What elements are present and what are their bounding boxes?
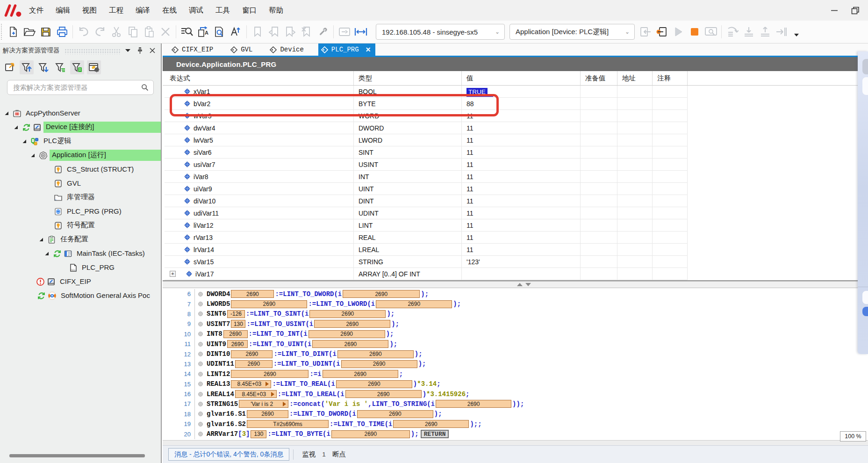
tree-item-maintask[interactable]: MainTask (IEC-Tasks): [0, 246, 161, 260]
bookmark-next-button[interactable]: [282, 23, 298, 40]
inline-watch-value[interactable]: 'Var i is 2: [239, 400, 288, 408]
breakpoint-dot-icon[interactable]: [198, 362, 203, 366]
menu-item-5[interactable]: 编译: [129, 1, 156, 20]
watch-row-usiVar7[interactable]: usiVar7USINT11: [163, 159, 868, 171]
watch-row-uiVar9[interactable]: uiVar9UINT11: [163, 183, 868, 195]
step-into-button[interactable]: [740, 23, 757, 40]
inline-watch-value[interactable]: 8.45E+03: [235, 390, 277, 398]
inline-watch-value[interactable]: 2690: [235, 360, 273, 368]
logout-button[interactable]: [653, 23, 670, 40]
tree-item-cs_struct[interactable]: CS_Struct (STRUCT): [0, 162, 161, 176]
tab-close-icon[interactable]: ✕: [366, 46, 371, 53]
inline-watch-value[interactable]: 130: [251, 430, 266, 438]
code-line-10[interactable]: 10INT82690:=LINT_TO_INT(i2690);: [163, 329, 868, 339]
find-replace-button[interactable]: [179, 23, 195, 40]
value-cell[interactable]: 11: [462, 183, 581, 195]
tree-item-gvl[interactable]: GVL: [0, 176, 161, 190]
menu-item-8[interactable]: 工具: [209, 1, 236, 20]
font-case-button[interactable]: [228, 23, 244, 40]
code-line-19[interactable]: 19glvar16.S2T#2s690ms:=LINT_TO_TIME(i269…: [163, 419, 868, 429]
breakpoint-dot-icon[interactable]: [198, 412, 203, 416]
tree-item-plc逻辑[interactable]: PLC逻辑: [0, 134, 161, 148]
menu-item-4[interactable]: 工程: [103, 1, 129, 20]
tree-item-device[interactable]: Device [连接的]: [0, 120, 161, 134]
tree-item-库管理器[interactable]: 库管理器: [0, 190, 161, 204]
panel-drag-texture[interactable]: [65, 49, 121, 54]
editor-zoom-level[interactable]: 100 %: [840, 431, 866, 441]
copy-button[interactable]: [124, 23, 141, 40]
tree-expander-icon[interactable]: [38, 237, 44, 242]
watch-row-dwVar4[interactable]: dwVar4DWORD11: [163, 122, 868, 134]
active-application-combo[interactable]: Application [Device: PLC逻辑] ⌄: [509, 24, 635, 40]
step-over-button[interactable]: [724, 23, 740, 40]
sync-window-button[interactable]: [3, 60, 17, 74]
tree-expander-icon[interactable]: [4, 110, 9, 116]
menu-item-10[interactable]: 帮助: [263, 1, 289, 20]
stop-button[interactable]: [686, 23, 703, 40]
filter-down-button[interactable]: [36, 60, 50, 74]
inline-watch-value[interactable]: 2690: [341, 360, 417, 368]
menu-item-1[interactable]: 文件: [23, 1, 50, 20]
overlay-button[interactable]: [862, 307, 868, 316]
comm-settings-button[interactable]: [352, 23, 369, 40]
collapse-up-icon[interactable]: [517, 283, 523, 286]
messages-panel-tab[interactable]: 消息 - 总计0个错误, 4个警告, 0条消息: [168, 448, 289, 461]
replace-text-button[interactable]: A: [195, 23, 211, 40]
toolbar-drag-handle[interactable]: [1, 24, 5, 40]
code-line-9[interactable]: 9USINT7130:=LINT_TO_USINT(i2690);: [163, 319, 868, 329]
menu-item-2[interactable]: 编辑: [50, 1, 76, 20]
window-gear-button[interactable]: [87, 60, 101, 74]
tab-plc_prg[interactable]: PLC_PRG✕: [318, 43, 376, 56]
tree-item-符号配置[interactable]: 符号配置: [0, 218, 161, 232]
filter-sort-button[interactable]: [53, 60, 67, 74]
inline-watch-value[interactable]: 2690: [314, 320, 390, 328]
breakpoint-dot-icon[interactable]: [198, 302, 203, 306]
pin-icon[interactable]: [137, 47, 143, 54]
value-cell[interactable]: 88: [462, 98, 581, 110]
inline-watch-value[interactable]: T#2s690ms: [247, 420, 329, 428]
watch-row-sVar15[interactable]: sVar15STRING'123': [163, 256, 868, 268]
redo-button[interactable]: [92, 23, 108, 40]
breakpoint-dot-icon[interactable]: [198, 402, 203, 406]
tree-item-plc_prg[interactable]: N01PLC_PRG: [0, 260, 161, 275]
tab-cifx_eip[interactable]: CIFX_EIP: [169, 43, 218, 56]
new-file-button[interactable]: [5, 23, 21, 40]
restore-button[interactable]: [845, 2, 865, 18]
breakpoint-dot-icon[interactable]: [198, 372, 203, 376]
code-line-12[interactable]: 12DINT102690:=LINT_TO_DINT(i2690);: [163, 349, 868, 359]
cut-button[interactable]: [108, 23, 124, 40]
value-cell[interactable]: 11: [462, 244, 581, 256]
tree-item-plc_prg[interactable]: PLC_PRG (PRG): [0, 204, 161, 218]
value-cell[interactable]: '123': [462, 256, 581, 268]
watch-row-udiVar11[interactable]: udiVar11UDINT11: [163, 207, 868, 219]
watch-row-iVar17[interactable]: +iVar17ARRAY [0..4] OF INT: [163, 268, 868, 280]
breakpoint-dot-icon[interactable]: [198, 332, 203, 336]
inline-watch-value[interactable]: 2690: [231, 350, 273, 358]
column-header-3[interactable]: 值: [462, 71, 581, 85]
code-line-13[interactable]: 13UDINT112690:=LINT_TO_UDINT(i2690);: [163, 359, 868, 369]
code-line-16[interactable]: 16LREAL148.45E+03:=LINT_TO_LREAL(i2690)*…: [163, 389, 868, 399]
breakpoint-dot-icon[interactable]: [198, 422, 203, 427]
close-icon[interactable]: [150, 48, 155, 53]
breakpoints-panel-tab[interactable]: 断点: [328, 450, 351, 459]
menu-item-7[interactable]: 调试: [183, 1, 209, 20]
tree-expander-icon[interactable]: [13, 124, 19, 130]
tree-item-任务配置[interactable]: 任务配置: [0, 232, 161, 246]
inline-watch-value[interactable]: 2690: [345, 390, 422, 398]
inline-watch-value[interactable]: -126: [227, 310, 245, 318]
overlay-button[interactable]: [862, 77, 868, 95]
bookmark-clear-button[interactable]: [298, 23, 315, 40]
debug-display-button[interactable]: [703, 23, 719, 40]
column-header-6[interactable]: 注释: [653, 71, 688, 85]
inline-watch-value[interactable]: 2690: [393, 420, 469, 428]
column-header-5[interactable]: 地址: [617, 71, 653, 85]
value-cell[interactable]: 11: [462, 122, 581, 134]
code-line-8[interactable]: 8SINT6-126:=LINT_TO_SINT(i2690);: [163, 309, 868, 319]
inline-watch-value[interactable]: 130: [231, 320, 245, 328]
value-cell[interactable]: 11: [462, 219, 581, 232]
inline-watch-value[interactable]: 2690: [337, 350, 414, 358]
code-editor[interactable]: 6DWORD42690:=LINT_TO_DWORD(i2690);7LWORD…: [163, 288, 868, 440]
watch-row-iVar8[interactable]: iVar8INT11: [163, 171, 868, 183]
expand-value-icon[interactable]: [265, 382, 269, 386]
selected-value[interactable]: TRUE: [466, 88, 488, 96]
